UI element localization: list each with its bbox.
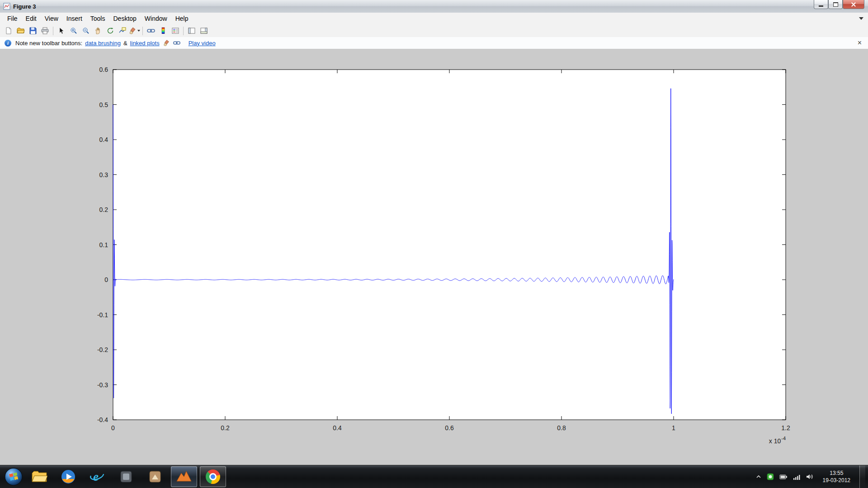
pan-button[interactable] bbox=[92, 25, 104, 37]
y-tick-label: 0.1 bbox=[99, 241, 108, 249]
insert-colorbar-button[interactable] bbox=[157, 25, 169, 37]
taskbar-windows-media-player-button[interactable] bbox=[55, 466, 81, 487]
minimize-button[interactable] bbox=[814, 0, 828, 9]
plot-axes[interactable]: 00.20.40.60.811.2-0.4-0.3-0.2-0.100.10.2… bbox=[0, 49, 868, 465]
windows-media-player-icon bbox=[61, 469, 76, 484]
figure-canvas: 00.20.40.60.811.2-0.4-0.3-0.2-0.100.10.2… bbox=[0, 49, 868, 465]
window-titlebar[interactable]: Figure 3 bbox=[0, 0, 868, 13]
y-tick-label: -0.4 bbox=[97, 416, 108, 423]
battery-icon[interactable] bbox=[779, 474, 788, 480]
y-tick-label: 0.5 bbox=[99, 101, 108, 108]
save-floppy-icon bbox=[29, 27, 37, 34]
taskbar-pinned-app-2-button[interactable] bbox=[142, 466, 168, 487]
edit-plot-button[interactable] bbox=[55, 25, 67, 37]
menu-file[interactable]: File bbox=[3, 14, 22, 23]
zoom-in-icon bbox=[70, 27, 77, 34]
taskbar-pinned-app-1-button[interactable] bbox=[113, 466, 139, 487]
colorbar-icon bbox=[161, 27, 165, 34]
start-button[interactable] bbox=[4, 467, 24, 487]
tray-app-icon[interactable] bbox=[767, 473, 774, 480]
window-title: Figure 3 bbox=[13, 3, 36, 10]
menu-insert[interactable]: Insert bbox=[62, 14, 86, 23]
y-tick-label: 0.3 bbox=[99, 171, 108, 178]
y-tick-label: 0.4 bbox=[99, 136, 108, 143]
y-tick-label: 0 bbox=[104, 276, 108, 283]
menu-desktop[interactable]: Desktop bbox=[109, 14, 140, 23]
toolbar-separator bbox=[183, 27, 184, 35]
clock-date: 19-03-2012 bbox=[823, 477, 850, 484]
info-icon: i bbox=[5, 40, 11, 47]
dock-figure-arrow-icon[interactable] bbox=[859, 17, 863, 20]
pinned-app-1-icon bbox=[119, 470, 133, 483]
link-plots-mini-icon bbox=[173, 40, 180, 46]
insert-legend-button[interactable] bbox=[169, 25, 181, 37]
linked-plots-link[interactable]: linked plots bbox=[130, 40, 160, 47]
notification-bar: i Note new toolbar buttons: data brushin… bbox=[0, 37, 868, 49]
maximize-button[interactable] bbox=[828, 0, 843, 9]
menu-edit[interactable]: Edit bbox=[22, 14, 41, 23]
y-tick-label: -0.3 bbox=[97, 381, 108, 389]
x-tick-label: 0 bbox=[111, 424, 115, 432]
hand-icon bbox=[94, 27, 101, 34]
panel-show-icon bbox=[200, 28, 208, 34]
show-hidden-icons-chevron[interactable] bbox=[756, 474, 761, 479]
taskbar-chrome-button[interactable] bbox=[200, 466, 226, 487]
x-tick-label: 0.2 bbox=[221, 424, 230, 432]
menu-items: FileEditViewInsertToolsDesktopWindowHelp bbox=[3, 14, 192, 23]
printer-icon bbox=[41, 27, 49, 34]
brush-icon bbox=[129, 27, 136, 34]
dropdown-caret-icon[interactable] bbox=[137, 30, 140, 32]
new-figure-button[interactable] bbox=[2, 25, 14, 37]
clock-time: 13:55 bbox=[823, 469, 850, 477]
menu-tools[interactable]: Tools bbox=[86, 14, 109, 23]
rotate-icon bbox=[107, 27, 114, 34]
play-video-link[interactable]: Play video bbox=[189, 40, 216, 47]
network-icon[interactable] bbox=[793, 474, 801, 480]
taskbar-clock[interactable]: 13:55 19-03-2012 bbox=[819, 469, 854, 484]
data-cursor-button[interactable] bbox=[116, 25, 128, 37]
legend-icon bbox=[172, 28, 179, 34]
menu-view[interactable]: View bbox=[41, 14, 62, 23]
y-tick-label: 0.6 bbox=[99, 66, 108, 73]
internet-explorer-icon: e bbox=[90, 469, 105, 484]
taskbar: e 13:55 19-03-2012 bbox=[0, 465, 868, 488]
new-doc-icon bbox=[5, 27, 12, 34]
taskbar-matlab-button[interactable] bbox=[171, 466, 197, 487]
show-desktop-button[interactable] bbox=[859, 465, 865, 488]
y-tick-label: 0.2 bbox=[99, 206, 108, 213]
menu-help[interactable]: Help bbox=[171, 14, 193, 23]
zoom-in-button[interactable] bbox=[67, 25, 80, 37]
figure-toolbar bbox=[0, 24, 868, 38]
print-figure-button[interactable] bbox=[39, 25, 51, 37]
hide-plot-tools-button[interactable] bbox=[185, 25, 198, 37]
brush-data-button[interactable] bbox=[128, 25, 141, 37]
infobar-close-icon[interactable]: × bbox=[856, 39, 863, 47]
axes-area bbox=[113, 70, 786, 420]
maximize-icon bbox=[833, 2, 838, 7]
open-file-button[interactable] bbox=[14, 25, 27, 37]
taskbar-apps: e bbox=[26, 466, 226, 487]
zoom-out-button[interactable] bbox=[80, 25, 92, 37]
toolbar-separator bbox=[142, 27, 143, 35]
zoom-out-icon bbox=[82, 27, 90, 34]
volume-icon[interactable] bbox=[806, 474, 814, 480]
taskbar-internet-explorer-button[interactable]: e bbox=[84, 466, 110, 487]
chrome-icon bbox=[206, 469, 220, 484]
panel-hide-icon bbox=[188, 28, 195, 34]
rotate-3d-button[interactable] bbox=[104, 25, 116, 37]
windows-logo-icon bbox=[4, 467, 23, 486]
link-icon bbox=[147, 28, 155, 34]
x-tick-label: 0.6 bbox=[445, 424, 454, 432]
data-cursor-icon bbox=[119, 27, 126, 34]
window-controls bbox=[814, 0, 864, 9]
close-button[interactable] bbox=[843, 0, 864, 9]
data-brushing-link[interactable]: data brushing bbox=[85, 40, 121, 47]
desktop-screen: Figure 3 FileEditViewInsertToolsDesktopW… bbox=[0, 0, 868, 488]
infobar-ampersand: & bbox=[123, 40, 127, 47]
menu-window[interactable]: Window bbox=[141, 14, 171, 23]
save-figure-button[interactable] bbox=[27, 25, 39, 37]
show-plot-tools-button[interactable] bbox=[198, 25, 210, 37]
taskbar-windows-explorer-button[interactable] bbox=[26, 466, 52, 487]
menubar: FileEditViewInsertToolsDesktopWindowHelp bbox=[0, 13, 868, 25]
link-plot-button[interactable] bbox=[145, 25, 157, 37]
